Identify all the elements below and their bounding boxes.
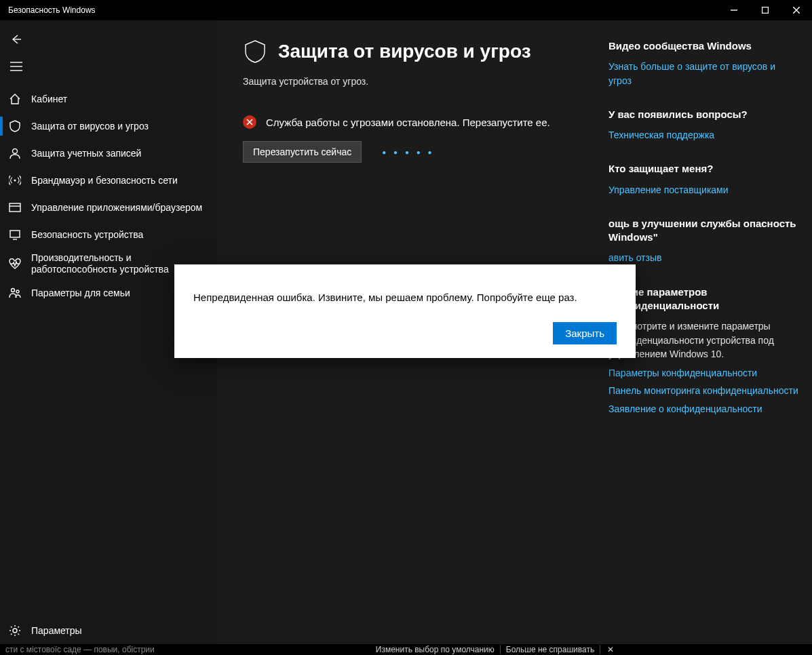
link-feedback[interactable]: авить отзыв	[608, 251, 798, 264]
back-button[interactable]	[0, 26, 33, 53]
page-subtitle: Защита устройства от угроз.	[243, 76, 596, 87]
sidebar-item-account-protection[interactable]: Защита учетных записей	[0, 140, 217, 167]
page-title: Защита от вирусов и угроз	[278, 41, 531, 62]
window-title: Безопасность Windows	[8, 5, 718, 15]
sidebar-item-label: Безопасность устройства	[31, 229, 143, 240]
section-body: Просмотрите и измените параметры конфиде…	[608, 319, 798, 361]
sidebar-item-settings[interactable]: Параметры	[0, 617, 217, 644]
restart-button[interactable]: Перезапустить сейчас	[243, 141, 362, 163]
bottom-button-change-default[interactable]: Изменить выбор по умолчанию	[370, 645, 501, 654]
link-support[interactable]: Техническая поддержка	[608, 128, 798, 142]
family-icon	[8, 286, 22, 300]
close-button[interactable]	[781, 0, 812, 20]
section-heading: У вас появились вопросы?	[608, 108, 798, 121]
bottom-button-dont-ask[interactable]: Больше не спрашивать	[501, 645, 600, 654]
app-browser-icon	[8, 201, 22, 214]
svg-rect-10	[9, 203, 20, 212]
shield-icon	[243, 39, 267, 64]
bottom-bar: сти с містовоїс саде — повыи, обістрии И…	[0, 644, 812, 655]
svg-rect-12	[10, 231, 20, 237]
sidebar-item-firewall[interactable]: Брандмауэр и безопасность сети	[0, 167, 217, 194]
loading-indicator: ● ● ● ● ●	[382, 148, 434, 156]
svg-point-16	[13, 629, 17, 633]
section-heading: енение параметров конфиденциальности	[608, 285, 798, 313]
sidebar-item-virus-protection[interactable]: Защита от вирусов и угроз	[0, 113, 217, 140]
link-manage-providers[interactable]: Управление поставщиками	[608, 183, 798, 197]
network-icon	[8, 174, 22, 187]
minimize-button[interactable]	[718, 0, 750, 20]
person-icon	[8, 146, 22, 160]
dialog-close-button[interactable]: Закрыть	[553, 322, 617, 344]
svg-point-8	[13, 149, 18, 154]
bottom-fragment: сти с містовоїс саде — повыи, обістрии	[0, 645, 160, 654]
section-heading: Кто защищает меня?	[608, 162, 798, 176]
svg-point-14	[12, 289, 15, 292]
sidebar-item-label: Защита от вирусов и угроз	[31, 121, 149, 132]
sidebar-item-label: Брандмауэр и безопасность сети	[31, 175, 178, 186]
section-heading: ощь в улучшении службы опасность Windows…	[608, 217, 798, 245]
sidebar-item-app-browser-control[interactable]: Управление приложениями/браузером	[0, 194, 217, 221]
error-icon	[243, 115, 256, 129]
heart-icon	[8, 257, 22, 271]
bottom-close-button[interactable]: ✕	[600, 645, 621, 654]
sidebar-item-home[interactable]: Кабинет	[0, 85, 217, 113]
link-privacy-dashboard[interactable]: Панель мониторинга конфиденциальности	[608, 384, 798, 397]
sidebar-item-label: Кабинет	[31, 94, 67, 104]
right-sidebar: Видео сообщества Windows Узнать больше о…	[608, 39, 798, 644]
shield-icon	[8, 119, 22, 133]
status-message: Служба работы с угрозами остановлена. Пе…	[243, 115, 596, 129]
section-heading: Видео сообщества Windows	[608, 39, 798, 53]
status-text: Служба работы с угрозами остановлена. Пе…	[266, 117, 550, 128]
link-learn-more[interactable]: Узнать больше о защите от вирусов и угро…	[608, 60, 798, 87]
sidebar-item-label: Защита учетных записей	[31, 148, 141, 159]
sidebar-item-label: Управление приложениями/браузером	[31, 202, 202, 213]
svg-rect-1	[762, 7, 769, 14]
link-privacy-settings[interactable]: Параметры конфиденциальности	[608, 366, 798, 380]
titlebar: Безопасность Windows	[0, 0, 812, 20]
home-icon	[8, 92, 22, 106]
sidebar-item-label: Параметры для семьи	[31, 287, 130, 298]
gear-icon	[8, 624, 22, 637]
sidebar-item-label: Параметры	[31, 625, 82, 636]
link-privacy-statement[interactable]: Заявление о конфиденциальности	[608, 402, 798, 416]
device-icon	[8, 228, 22, 241]
dialog-message: Непредвиденная ошибка. Извините, мы реша…	[193, 292, 617, 303]
svg-point-15	[16, 290, 19, 293]
hamburger-button[interactable]	[0, 53, 33, 80]
error-dialog: Непредвиденная ошибка. Извините, мы реша…	[174, 264, 636, 358]
sidebar-item-device-security[interactable]: Безопасность устройства	[0, 221, 217, 248]
maximize-button[interactable]	[750, 0, 781, 20]
svg-point-9	[14, 180, 16, 182]
